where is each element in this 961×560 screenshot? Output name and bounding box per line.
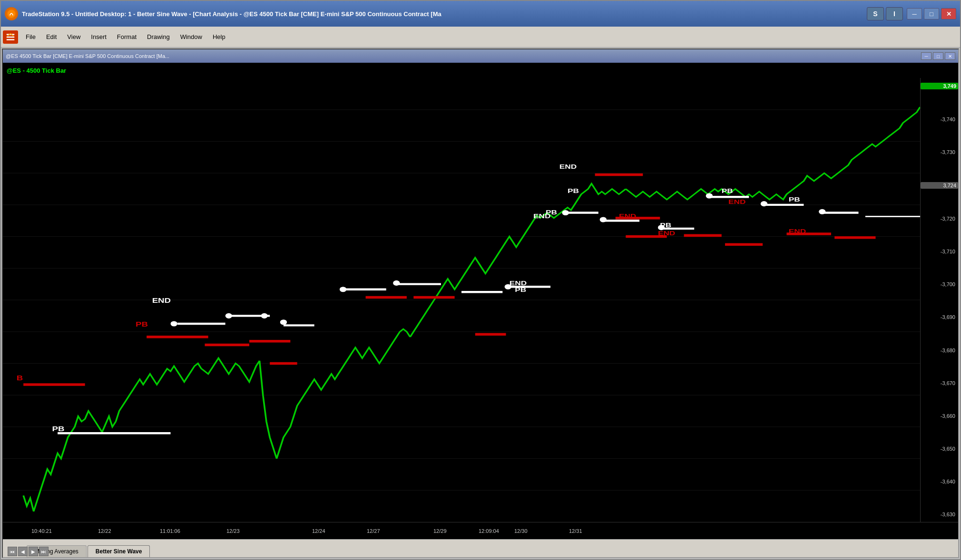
svg-point-52 (562, 210, 569, 215)
svg-text:END: END (619, 212, 636, 220)
time-label-5: 12/24 (312, 528, 325, 534)
price-label-3730: -3,730 (921, 149, 958, 155)
chart-minimize-button[interactable]: ─ (921, 52, 932, 60)
menu-insert[interactable]: Insert (86, 31, 111, 42)
nav-arrows: ⏮ ◀ ▶ ⏭ (5, 547, 51, 556)
tab-bar: ⏮ ◀ ▶ ⏭ Moving Averages Better Sine Wave (3, 539, 958, 557)
time-label-10: 12/31 (569, 528, 582, 534)
nav-prev-button[interactable]: ◀ (18, 547, 28, 556)
chart-maximize-button[interactable]: □ (933, 52, 943, 60)
time-label-3: 11:01:06 (160, 528, 180, 534)
maximize-button[interactable]: □ (924, 8, 939, 19)
price-label-3660: -3,660 (921, 413, 958, 419)
svg-point-56 (761, 201, 767, 206)
time-label-6: 12/27 (367, 528, 380, 534)
current-price-label: 3,749 (921, 83, 958, 89)
svg-point-50 (393, 280, 400, 286)
chart-title-bar: @ES 4500 Tick Bar [CME] E-mini S&P 500 C… (3, 49, 958, 63)
minimize-button[interactable]: ─ (907, 8, 922, 19)
price-label-3740: -3,740 (921, 116, 958, 122)
window-title: TradeStation 9.5 - Untitled Desktop: 1 -… (22, 10, 865, 18)
s-button[interactable]: S (867, 7, 884, 20)
time-axis: 10:40:21 12/22 11:01:06 12/23 12/24 12/2… (3, 522, 958, 539)
menu-items: File Edit View Insert Format Drawing Win… (21, 31, 230, 42)
svg-text:B: B (17, 374, 23, 382)
price-label-3670: -3,670 (921, 380, 958, 386)
price-label-3640: -3,640 (921, 479, 958, 484)
svg-point-46 (226, 313, 232, 319)
price-label-3630: -3,630 (921, 512, 958, 517)
svg-point-53 (600, 217, 607, 222)
svg-text:END: END (152, 297, 171, 304)
menu-window[interactable]: Window (176, 31, 207, 42)
svg-text:END: END (559, 163, 577, 170)
app-menu-icon (3, 30, 18, 44)
svg-point-49 (340, 287, 346, 292)
chart-close-button[interactable]: ✕ (945, 52, 955, 60)
price-label-3650: -3,650 (921, 446, 958, 452)
svg-text:END: END (510, 280, 527, 287)
svg-text:PB: PB (789, 196, 800, 203)
price-label-3710: -3,710 (921, 249, 958, 254)
i-button[interactable]: I (886, 7, 903, 20)
svg-text:PB: PB (722, 187, 733, 194)
svg-text:END: END (658, 230, 675, 237)
menu-drawing[interactable]: Drawing (142, 31, 175, 42)
svg-text:PB: PB (136, 320, 148, 328)
svg-text:PB: PB (546, 209, 557, 216)
svg-point-55 (706, 193, 713, 198)
price-label-3720: -3,720 (921, 216, 958, 222)
crosshair-price-label: 3,724 (921, 182, 958, 189)
chart-label-bar: @ES - 4500 Tick Bar (3, 63, 958, 78)
svg-text:PB: PB (52, 425, 65, 433)
svg-text:END: END (789, 228, 806, 235)
menu-format[interactable]: Format (112, 31, 141, 42)
chart-svg: B PB END PB END PB END PB PB END END PB (3, 78, 920, 522)
time-label-7: 12/29 (433, 528, 447, 534)
price-axis: 3,749 -3,740 -3,730 3,724 -3,720 -3,710 … (920, 78, 958, 522)
svg-text:PB: PB (660, 221, 671, 228)
app-icon (5, 7, 18, 20)
menu-file[interactable]: File (21, 31, 40, 42)
nav-last-button[interactable]: ⏭ (39, 547, 49, 556)
chart-window-controls: ─ □ ✕ (921, 52, 955, 60)
svg-point-47 (261, 313, 267, 319)
price-label-3700: -3,700 (921, 281, 958, 287)
title-bar: TradeStation 9.5 - Untitled Desktop: 1 -… (1, 1, 960, 27)
svg-text:PB: PB (568, 187, 579, 194)
menu-bar: File Edit View Insert Format Drawing Win… (1, 27, 960, 48)
close-button[interactable]: ✕ (941, 8, 956, 19)
nav-next-button[interactable]: ▶ (29, 547, 38, 556)
svg-text:PB: PB (515, 286, 526, 293)
chart-symbol-label: @ES - 4500 Tick Bar (7, 67, 66, 74)
price-label-3680: -3,680 (921, 348, 958, 353)
chart-window-title: @ES 4500 Tick Bar [CME] E-mini S&P 500 C… (6, 53, 169, 59)
tab-better-sine-wave[interactable]: Better Sine Wave (88, 545, 150, 557)
time-label-4: 12/23 (226, 528, 240, 534)
menu-view[interactable]: View (62, 31, 85, 42)
svg-point-45 (171, 321, 177, 326)
chart-window: @ES 4500 Tick Bar [CME] E-mini S&P 500 C… (2, 48, 959, 558)
chart-main: B PB END PB END PB END PB PB END END PB (3, 78, 958, 522)
chart-plot[interactable]: B PB END PB END PB END PB PB END END PB (3, 78, 920, 522)
price-label-3690: -3,690 (921, 314, 958, 320)
menu-edit[interactable]: Edit (41, 31, 61, 42)
svg-point-48 (280, 319, 287, 325)
time-label-9: 12/30 (514, 528, 528, 534)
svg-point-57 (819, 209, 825, 214)
time-label-2: 12/22 (98, 528, 111, 534)
time-label-1: 10:40:21 (31, 528, 52, 534)
time-label-8: 12:09:04 (479, 528, 499, 534)
window-controls: ─ □ ✕ (907, 8, 956, 19)
nav-first-button[interactable]: ⏮ (8, 547, 17, 556)
svg-text:END: END (728, 198, 745, 205)
menu-help[interactable]: Help (208, 31, 230, 42)
